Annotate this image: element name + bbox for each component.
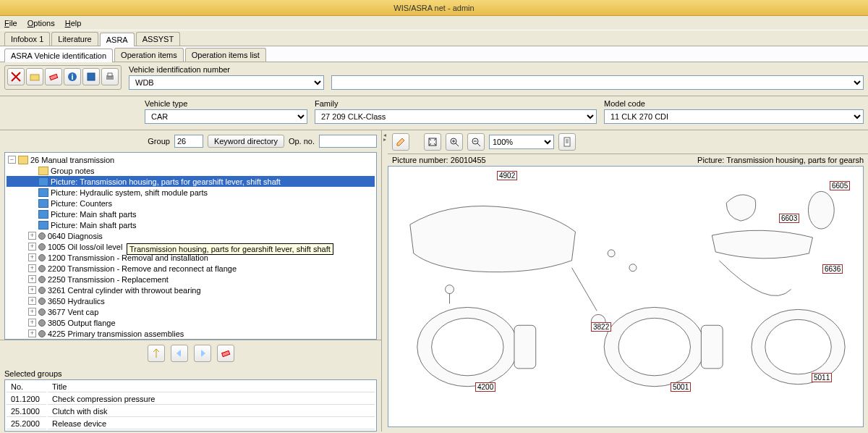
menu-help[interactable]: Help [65,19,82,28]
tree-item[interactable]: Picture: Counters [7,198,375,209]
selected-groups-heading: Selected groups [4,368,377,379]
window-titlebar: WIS/ASRA net - admin [0,0,868,16]
group-bar: Group Keyword directory Op. no. [0,130,381,152]
family-select[interactable]: 27 209 CLK-Class [315,109,597,124]
tree-item[interactable]: Picture: Main shaft parts [7,219,375,230]
picture-header: Picture number: 26010455 Picture: Transm… [388,154,868,166]
print-icon[interactable] [101,68,119,85]
svg-text:i: i [71,72,73,81]
picture-canvas[interactable]: 4902 6605 6603 6636 3822 4200 5001 5011 [388,166,864,427]
tree-root[interactable]: −26 Manual transmission [7,154,375,165]
prev-icon[interactable] [171,345,188,362]
next-icon[interactable] [194,345,211,362]
tree-item[interactable]: Picture: Transmission housing, parts for… [7,176,375,187]
edit-icon[interactable] [392,133,409,151]
callout: 4200 [475,382,495,392]
svg-point-19 [765,319,831,374]
tree-item[interactable]: Picture: Hydraulic system, shift module … [7,187,375,198]
tree-item[interactable]: +4225 Primary transmission assemblies [7,328,375,339]
group-label: Group [148,137,170,146]
table-row[interactable]: 01.1200Check compression pressure [7,394,375,405]
tree-item[interactable]: Group notes [7,165,375,176]
left-pane: Group Keyword directory Op. no. −26 Manu… [0,130,382,432]
selected-groups: Selected groups No.Title 01.1200Check co… [0,366,381,432]
toolbar-buttons: i [4,65,122,90]
tab-asra[interactable]: ASRA [100,33,135,46]
svg-point-20 [808,191,834,229]
svg-rect-0 [30,75,39,80]
callout: 4902 [497,171,517,180]
eraser-icon[interactable] [217,345,234,362]
info-icon[interactable]: i [64,68,81,85]
subtab-operation-items[interactable]: Operation items [114,48,184,62]
opno-input[interactable] [319,135,377,148]
selected-groups-table: No.Title 01.1200Check compression pressu… [4,379,377,432]
callout: 6636 [822,264,843,274]
book-icon[interactable] [82,68,100,85]
svg-point-16 [618,318,690,376]
vin-spacer [331,65,864,74]
callout: 5011 [812,373,832,382]
tree-item[interactable]: +2250 Transmission - Replacement [7,274,375,285]
modelcode-select[interactable]: 11 CLK 270 CDI [604,109,864,124]
tree-item[interactable]: +2200 Transmission - Remove and reconnec… [7,263,375,274]
subtab-vehicle-id[interactable]: ASRA Vehicle identification [4,49,113,62]
subtab-operation-list[interactable]: Operation items list [185,48,266,62]
col-title: Title [48,382,375,392]
vin-select[interactable]: WDB [129,75,324,90]
vin-label: Vehicle identification number [129,65,324,74]
sub-tabs: ASRA Vehicle identification Operation it… [0,46,868,62]
tree-item[interactable]: +0640 Diagnosis [7,230,375,241]
fit-icon[interactable] [424,133,441,151]
menubar: File Options Help [0,16,868,30]
svg-rect-11 [564,138,570,146]
tree-item[interactable]: +3677 Vent cap [7,306,375,317]
svg-point-24 [629,264,637,272]
splitter[interactable]: ◂▸ [382,130,388,432]
diagram-svg [388,167,863,426]
table-row[interactable]: 25.1000Clutch with disk [7,406,375,417]
vin-detail-select[interactable] [331,75,864,90]
menu-options[interactable]: Options [27,19,55,28]
vehtype-select[interactable]: CAR [145,109,307,124]
picture-toolbar: 100% [388,130,868,154]
table-row[interactable]: 25.2000Release device [7,419,375,429]
svg-point-13 [432,318,503,376]
svg-rect-14 [514,325,536,369]
menu-file[interactable]: File [4,19,17,28]
tooltip: Transmission housing, parts for gearshif… [127,243,333,255]
zoom-select[interactable]: 100% [489,135,554,149]
zoom-in-icon[interactable] [446,133,463,151]
callout: 3822 [591,322,611,332]
svg-point-23 [608,250,615,257]
svg-rect-1 [50,74,58,80]
tab-assyst[interactable]: ASSYST [136,32,180,46]
window-title: WIS/ASRA net - admin [393,4,474,12]
zoom-out-icon[interactable] [467,133,485,151]
folder-icon[interactable] [26,68,43,85]
tree-item[interactable]: Picture: Main shaft parts [7,209,375,219]
svg-rect-7 [221,350,229,356]
toolbar-area: i Vehicle identification number WDB [0,62,868,96]
keyword-directory-button[interactable]: Keyword directory [208,135,284,148]
svg-rect-4 [88,73,95,80]
family-label: Family [315,99,597,108]
document-icon[interactable] [558,133,576,151]
tab-infobox[interactable]: Infobox 1 [4,32,50,46]
tree-item[interactable]: +3805 Output flange [7,317,375,328]
eraser-icon[interactable] [45,68,62,85]
tree-item[interactable]: +3261 Central cylinder with throwout bea… [7,285,375,295]
tab-literature[interactable]: Literature [51,32,98,46]
group-input[interactable] [174,135,203,148]
callout: 6605 [830,181,850,190]
svg-point-22 [446,285,454,294]
picture-number: Picture number: 26010455 [392,156,486,164]
vehtype-label: Vehicle type [145,99,307,108]
expand-icon[interactable] [148,345,165,362]
svg-rect-6 [108,73,112,76]
main-tabs: Infobox 1 Literature ASRA ASSYST [0,30,868,46]
opno-label: Op. no. [289,137,315,146]
tree-item[interactable]: +3650 Hydraulics [7,295,375,306]
delete-icon[interactable] [7,68,25,85]
vehicle-row: Vehicle type CAR Family 27 209 CLK-Class… [0,96,868,130]
